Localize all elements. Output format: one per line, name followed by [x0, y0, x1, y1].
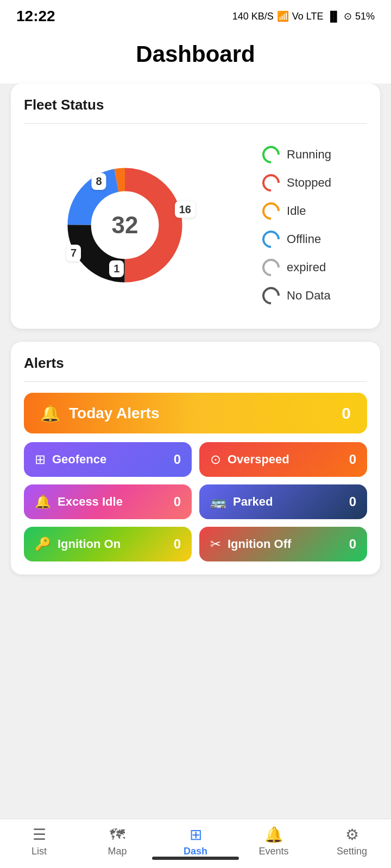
ignition-off-left: ✂ Ignition Off — [210, 537, 291, 552]
today-alert-count: 0 — [342, 404, 351, 423]
parked-button[interactable]: 🚌 Parked 0 — [199, 484, 367, 519]
map-label: Map — [108, 846, 127, 857]
fleet-status-card: Fleet Status 32 16 8 — [11, 84, 380, 329]
dash-label: Dash — [184, 846, 207, 857]
legend-offline-label: Offline — [287, 232, 321, 246]
events-icon: 🔔 — [264, 826, 283, 844]
today-alerts-button[interactable]: 🔔 Today Alerts 0 — [24, 393, 367, 433]
nav-item-list[interactable]: ☰ List — [12, 826, 66, 857]
legend-idle-label: Idle — [287, 204, 306, 218]
wifi-icon: 📶 — [277, 10, 289, 22]
data-speed: 140 KB/S — [232, 11, 274, 22]
list-icon: ☰ — [33, 826, 46, 844]
seg-label-blue: 7 — [66, 245, 81, 261]
parked-label: Parked — [233, 495, 273, 509]
ignition-on-button[interactable]: 🔑 Ignition On 0 — [24, 527, 192, 561]
today-alert-icon: 🔔 — [40, 404, 60, 423]
legend-expired-label: expired — [287, 260, 326, 275]
legend-running-label: Running — [287, 148, 331, 162]
donut-total: 32 — [95, 195, 155, 255]
ignition-off-label: Ignition Off — [228, 537, 291, 551]
legend-expired: expired — [262, 258, 331, 277]
divider — [24, 123, 367, 124]
fleet-status-title: Fleet Status — [24, 97, 367, 113]
ignition-on-count: 0 — [174, 537, 181, 552]
geofence-count: 0 — [174, 452, 181, 467]
today-alert-label: Today Alerts — [69, 405, 159, 422]
ignition-on-left: 🔑 Ignition On — [35, 537, 121, 552]
nav-item-map[interactable]: 🗺 Map — [90, 826, 144, 857]
parked-icon: 🚌 — [210, 494, 226, 509]
excess-idle-label: Excess Idle — [58, 495, 123, 509]
expired-icon — [258, 255, 283, 279]
legend-stopped-label: Stopped — [287, 176, 331, 190]
battery-icon: ⊙ — [344, 10, 352, 22]
geofence-left: ⊞ Geofence — [35, 452, 106, 467]
ignition-off-count: 0 — [349, 537, 356, 552]
legend-idle: Idle — [262, 202, 331, 220]
ignition-on-icon: 🔑 — [35, 537, 51, 552]
overspeed-count: 0 — [349, 452, 356, 467]
chart-legend: Running Stopped Idle — [262, 145, 331, 305]
legend-nodata-label: No Data — [287, 289, 331, 303]
excess-idle-count: 0 — [174, 494, 181, 509]
seg-label-orange: 1 — [109, 260, 124, 277]
legend-offline: Offline — [262, 230, 331, 248]
alerts-divider — [24, 381, 367, 382]
excess-idle-icon: 🔔 — [35, 494, 51, 509]
nav-item-setting[interactable]: ⚙ Setting — [325, 826, 379, 857]
today-alert-left: 🔔 Today Alerts — [40, 404, 159, 423]
overspeed-left: ⊙ Overspeed — [210, 452, 289, 467]
seg-label-red: 16 — [175, 201, 195, 218]
idle-icon — [258, 199, 283, 223]
seg-label-black: 8 — [91, 173, 106, 190]
alert-grid: ⊞ Geofence 0 ⊙ Overspeed 0 🔔 Excess Idle… — [24, 442, 367, 561]
donut-chart: 32 16 8 7 1 — [60, 160, 190, 290]
main-content: Fleet Status 32 16 8 — [0, 84, 391, 653]
fleet-content: 32 16 8 7 1 Running — [24, 135, 367, 316]
parked-count: 0 — [349, 494, 356, 509]
nodata-icon — [258, 283, 283, 308]
offline-icon — [258, 227, 283, 251]
status-bar: 12:22 140 KB/S 📶 Vo LTE ▐▌ ⊙ 51% — [0, 0, 391, 30]
signal-icon: ▐▌ — [326, 11, 340, 22]
running-icon — [258, 142, 283, 167]
map-icon: 🗺 — [110, 826, 125, 844]
events-label: Events — [258, 846, 288, 857]
nav-item-events[interactable]: 🔔 Events — [247, 826, 301, 857]
status-time: 12:22 — [16, 8, 55, 25]
bottom-nav: ☰ List 🗺 Map ⊞ Dash 🔔 Events ⚙ Setting — [0, 819, 391, 868]
lte-icon: Vo LTE — [292, 11, 324, 22]
legend-nodata: No Data — [262, 286, 331, 305]
excess-idle-button[interactable]: 🔔 Excess Idle 0 — [24, 484, 192, 519]
setting-label: Setting — [337, 846, 367, 857]
alerts-title: Alerts — [24, 355, 367, 372]
header: Dashboard — [0, 30, 391, 84]
excess-idle-left: 🔔 Excess Idle — [35, 494, 123, 509]
overspeed-icon: ⊙ — [210, 452, 221, 467]
overspeed-button[interactable]: ⊙ Overspeed 0 — [199, 442, 367, 477]
geofence-icon: ⊞ — [35, 452, 46, 467]
ignition-off-button[interactable]: ✂ Ignition Off 0 — [199, 527, 367, 561]
battery-level: 51% — [355, 11, 375, 22]
ignition-on-label: Ignition On — [58, 537, 121, 551]
list-label: List — [31, 846, 47, 857]
setting-icon: ⚙ — [345, 826, 359, 844]
parked-left: 🚌 Parked — [210, 494, 273, 509]
legend-running: Running — [262, 145, 331, 164]
page-title: Dashboard — [0, 41, 391, 67]
status-icons: 140 KB/S 📶 Vo LTE ▐▌ ⊙ 51% — [232, 10, 375, 22]
stopped-icon — [258, 170, 283, 195]
nav-item-dash[interactable]: ⊞ Dash — [168, 826, 223, 857]
overspeed-label: Overspeed — [228, 452, 289, 467]
alerts-card: Alerts 🔔 Today Alerts 0 ⊞ Geofence 0 ⊙ — [11, 342, 380, 575]
geofence-button[interactable]: ⊞ Geofence 0 — [24, 442, 192, 477]
geofence-label: Geofence — [52, 452, 106, 467]
legend-stopped: Stopped — [262, 174, 331, 192]
dash-icon: ⊞ — [190, 826, 202, 844]
ignition-off-icon: ✂ — [210, 537, 221, 552]
